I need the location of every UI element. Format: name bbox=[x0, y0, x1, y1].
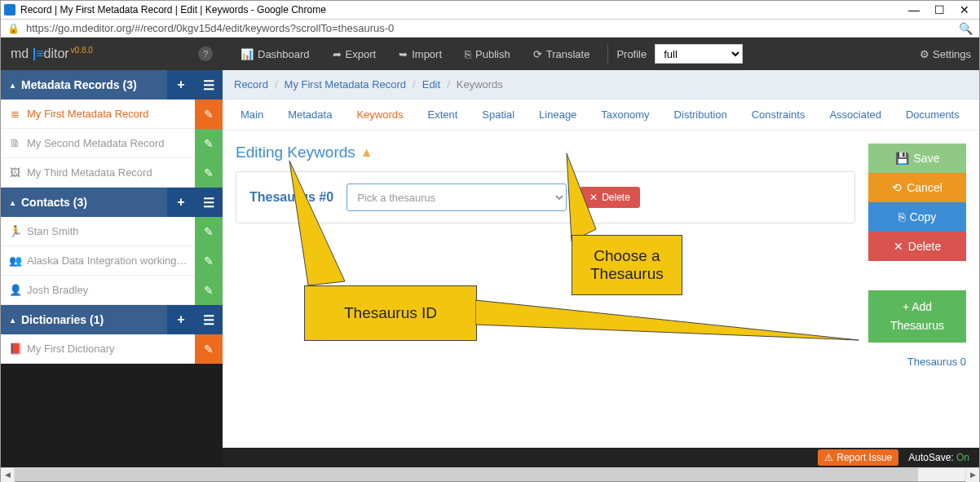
search-icon[interactable]: 🔍 bbox=[959, 22, 973, 35]
copy-button[interactable]: ⎘Copy bbox=[868, 202, 966, 232]
edit-panel: Editing Keywords ▲ Thesaurus #0 Pick a t… bbox=[236, 144, 855, 435]
minimize-button[interactable]: — bbox=[908, 3, 920, 16]
add-record-button[interactable]: + bbox=[167, 70, 195, 99]
breadcrumb: Record / My First Metadata Record / Edit… bbox=[223, 70, 979, 99]
record-icon: 🗎 bbox=[9, 137, 20, 149]
warning-icon: ▲ bbox=[360, 145, 373, 160]
sidebar-item-record-2[interactable]: 🖼 My Third Metadata Record ✎ bbox=[1, 158, 223, 188]
alert-icon: ⚠ bbox=[824, 452, 833, 463]
sidebar-filler bbox=[1, 364, 223, 467]
tab-main[interactable]: Main bbox=[234, 100, 270, 129]
horizontal-scrollbar[interactable]: ◀ ▶ bbox=[1, 467, 979, 481]
list-records-button[interactable]: ☰ bbox=[195, 70, 223, 99]
gear-icon: ⚙ bbox=[920, 48, 929, 60]
crumb-record[interactable]: Record bbox=[234, 78, 268, 91]
add-contact-button[interactable]: + bbox=[167, 188, 195, 217]
sidebar-group-contacts[interactable]: ▴ Contacts (3) + ☰ bbox=[1, 188, 223, 217]
crumb-current: Keywords bbox=[457, 78, 503, 91]
tab-constraints[interactable]: Constraints bbox=[745, 100, 812, 129]
chrome-titlebar: Record | My First Metadata Record | Edit… bbox=[1, 1, 979, 20]
list-dictionaries-button[interactable]: ☰ bbox=[195, 305, 223, 334]
nav-translate[interactable]: ⟳Translate bbox=[523, 42, 600, 67]
save-button[interactable]: 💾Save bbox=[868, 144, 966, 173]
sidebar-item-record-0[interactable]: ≣ My First Metadata Record ✎ bbox=[1, 99, 223, 129]
sidebar-group-dictionaries[interactable]: ▴ Dictionaries (1) + ☰ bbox=[1, 305, 223, 334]
top-nav: 📊Dashboard ➦Export ➥Import ⎘Publish ⟳Tra… bbox=[223, 42, 979, 67]
tab-keywords[interactable]: Keywords bbox=[350, 100, 409, 129]
publish-icon: ⎘ bbox=[465, 48, 471, 60]
list-contacts-button[interactable]: ☰ bbox=[195, 188, 223, 217]
close-button[interactable]: ✕ bbox=[960, 3, 969, 16]
tab-extent[interactable]: Extent bbox=[421, 100, 464, 129]
crumb-title[interactable]: My First Metadata Record bbox=[285, 78, 407, 91]
export-icon: ➦ bbox=[333, 48, 342, 60]
window-title: Record | My First Metadata Record | Edit… bbox=[20, 4, 908, 15]
edit-icon[interactable]: ✎ bbox=[195, 276, 223, 305]
tab-spatial[interactable]: Spatial bbox=[475, 100, 521, 129]
delete-button[interactable]: ✕Delete bbox=[868, 232, 966, 261]
tab-distribution[interactable]: Distribution bbox=[668, 100, 734, 129]
help-icon[interactable]: ? bbox=[198, 46, 213, 61]
scrollbar-track[interactable] bbox=[15, 468, 965, 481]
sidebar-item-contact-2[interactable]: 👤 Josh Bradley ✎ bbox=[1, 276, 223, 305]
tab-taxonomy[interactable]: Taxonomy bbox=[594, 100, 656, 129]
sidebar-item-contact-1[interactable]: 👥 Alaska Data Integration working… ✎ bbox=[1, 246, 223, 276]
record-icon: 🖼 bbox=[9, 166, 20, 179]
top-bar: md |≡ditorv0.8.0 ? 📊Dashboard ➦Export ➥I… bbox=[1, 38, 979, 70]
edit-icon[interactable]: ✎ bbox=[195, 334, 223, 364]
tab-lineage[interactable]: Lineage bbox=[532, 100, 583, 129]
undo-icon: ⟲ bbox=[892, 181, 902, 194]
main-panel: Record / My First Metadata Record / Edit… bbox=[223, 70, 979, 467]
person-icon: 🏃 bbox=[9, 225, 20, 237]
edit-icon[interactable]: ✎ bbox=[195, 158, 223, 188]
maximize-button[interactable]: ☐ bbox=[934, 3, 945, 16]
edit-icon[interactable]: ✎ bbox=[195, 217, 223, 246]
nav-publish[interactable]: ⎘Publish bbox=[455, 42, 520, 67]
plus-icon: + bbox=[903, 300, 912, 313]
person-icon: 👤 bbox=[9, 284, 20, 296]
profile-select[interactable]: full bbox=[655, 44, 743, 64]
thesaurus-link[interactable]: Thesaurus 0 bbox=[868, 356, 966, 368]
cancel-button[interactable]: ⟲Cancel bbox=[868, 173, 966, 202]
scroll-left-icon[interactable]: ◀ bbox=[1, 468, 15, 482]
brand-logo[interactable]: md |≡ditorv0.8.0 bbox=[11, 46, 93, 61]
record-icon: ≣ bbox=[9, 108, 20, 120]
edit-icon[interactable]: ✎ bbox=[195, 129, 223, 158]
chevron-up-icon: ▴ bbox=[11, 81, 15, 90]
add-thesaurus-button[interactable]: + Add Thesaurus bbox=[868, 290, 966, 343]
import-icon: ➥ bbox=[399, 48, 408, 60]
scrollbar-thumb[interactable] bbox=[15, 468, 918, 481]
nav-import[interactable]: ➥Import bbox=[389, 42, 452, 67]
sidebar: ▴ Metadata Records (3) + ☰ ≣ My First Me… bbox=[1, 70, 223, 467]
edit-icon[interactable]: ✎ bbox=[195, 246, 223, 276]
copy-icon: ⎘ bbox=[898, 210, 905, 223]
sidebar-item-dictionary-0[interactable]: 📕 My First Dictionary ✎ bbox=[1, 334, 223, 364]
close-icon: ✕ bbox=[894, 240, 903, 253]
address-bar[interactable]: 🔒 https://go.mdeditor.org/#/record/0kgv1… bbox=[1, 20, 979, 38]
page-title: Editing Keywords ▲ bbox=[236, 144, 855, 161]
sidebar-group-records[interactable]: ▴ Metadata Records (3) + ☰ bbox=[1, 70, 223, 99]
nav-dashboard[interactable]: 📊Dashboard bbox=[231, 42, 320, 67]
scroll-right-icon[interactable]: ▶ bbox=[965, 468, 979, 482]
edit-icon[interactable]: ✎ bbox=[195, 99, 223, 129]
tab-documents[interactable]: Documents bbox=[899, 100, 966, 129]
tab-metadata[interactable]: Metadata bbox=[281, 100, 338, 129]
nav-settings[interactable]: ⚙Settings bbox=[920, 48, 971, 60]
nav-export[interactable]: ➦Export bbox=[323, 42, 386, 67]
tab-associated[interactable]: Associated bbox=[823, 100, 888, 129]
crumb-edit[interactable]: Edit bbox=[422, 78, 440, 91]
sidebar-item-contact-0[interactable]: 🏃 Stan Smith ✎ bbox=[1, 217, 223, 246]
thesaurus-select[interactable]: Pick a thesaurus bbox=[347, 184, 567, 211]
sidebar-item-record-1[interactable]: 🗎 My Second Metadata Record ✎ bbox=[1, 129, 223, 158]
favicon bbox=[4, 4, 15, 15]
brand: md |≡ditorv0.8.0 ? bbox=[1, 46, 223, 61]
save-icon: 💾 bbox=[895, 152, 909, 165]
profile-label: Profile bbox=[616, 48, 647, 60]
autosave-status: AutoSave: On bbox=[908, 452, 969, 463]
add-dictionary-button[interactable]: + bbox=[167, 305, 195, 334]
tab-funding[interactable]: Fundin bbox=[978, 100, 979, 129]
report-issue-button[interactable]: ⚠Report Issue bbox=[818, 449, 898, 466]
record-tabs: Main Metadata Keywords Extent Spatial Li… bbox=[223, 99, 979, 130]
lock-icon: 🔒 bbox=[7, 23, 20, 34]
delete-thesaurus-button[interactable]: ✕ Delete bbox=[580, 187, 640, 208]
